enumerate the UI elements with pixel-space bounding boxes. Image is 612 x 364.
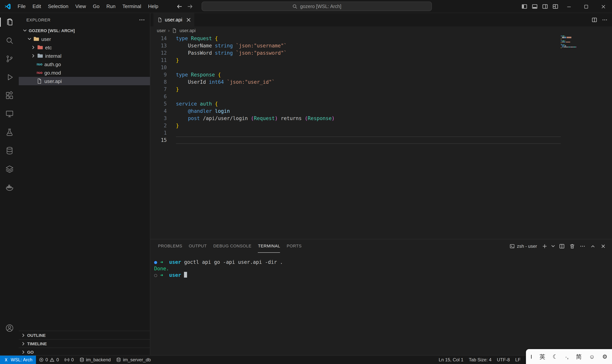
line-number: 15 — [150, 136, 167, 144]
sidebar-header: EXPLORER — [19, 13, 150, 26]
new-terminal-icon[interactable] — [539, 239, 550, 253]
kill-terminal-icon[interactable] — [567, 239, 577, 253]
ime-settings[interactable]: ⚙ — [602, 349, 607, 364]
ime-cursor[interactable]: I — [531, 349, 532, 364]
panel-tab-ports[interactable]: PORTS — [287, 239, 302, 253]
activity-remote-explorer[interactable] — [0, 105, 19, 123]
code-line: 2} — [150, 122, 612, 129]
panel-tab-debug-console[interactable]: DEBUG CONSOLE — [213, 239, 252, 253]
tab-close-icon[interactable] — [185, 16, 192, 23]
tree-root-folder[interactable]: GOZERO [WSL: ARCH] — [19, 26, 150, 35]
tree-item-label: user.api — [44, 78, 62, 84]
close-panel-icon[interactable] — [598, 239, 608, 253]
forward-button[interactable] — [187, 3, 194, 10]
terminal-dropdown-icon[interactable] — [550, 239, 557, 253]
database-icon — [116, 357, 121, 363]
activity-docker[interactable] — [0, 178, 19, 196]
breadcrumb-file[interactable]: user.api — [180, 28, 196, 33]
panel-more-icon[interactable] — [577, 239, 587, 253]
panel-tab-output[interactable]: OUTPUT — [189, 239, 207, 253]
terminal[interactable]: ● ➜ user goctl api go -api user.api -dir… — [150, 253, 612, 278]
problems-status[interactable]: 0 0 — [36, 356, 62, 364]
menu-run[interactable]: Run — [103, 0, 119, 13]
ime-simplified-chinese[interactable]: 简 — [576, 349, 582, 364]
tab-bar: user.api — [150, 13, 612, 26]
tab-user-api[interactable]: user.api — [153, 13, 194, 26]
folder-icon — [37, 53, 43, 59]
eol-indicator[interactable]: LF — [513, 357, 523, 363]
tree-item-etc[interactable]: etc — [19, 43, 150, 52]
toggle-secondary-sidebar-icon[interactable] — [540, 0, 550, 13]
customize-layout-icon[interactable] — [550, 0, 560, 13]
code-line: 7} — [150, 86, 612, 93]
chevron-right-icon — [20, 349, 27, 355]
line-number: 14 — [150, 35, 167, 42]
db-connection-2[interactable]: im_server_db — [113, 356, 153, 364]
menu-file[interactable]: File — [14, 0, 29, 13]
ports-count: 0 — [71, 357, 74, 363]
tree-item-auth.go[interactable]: GOauth.go — [19, 60, 150, 68]
remote-indicator[interactable]: WSL: Arch — [0, 356, 36, 364]
chevron-right-icon — [20, 332, 27, 338]
ports-status[interactable]: 0 — [62, 356, 76, 364]
remote-icon — [3, 357, 9, 363]
tree-item-user.api[interactable]: user.api — [19, 77, 150, 85]
line-number: 6 — [150, 93, 167, 100]
code-line: 9type Response { — [150, 71, 612, 78]
command-center[interactable]: gozero [WSL: Arch] — [201, 1, 432, 11]
terminal-shell-label[interactable]: zsh - user — [517, 243, 537, 249]
encoding[interactable]: UTF-8 — [494, 357, 513, 363]
section-outline[interactable]: OUTLINE — [19, 331, 150, 339]
explorer-title: EXPLORER — [27, 17, 51, 22]
db-connection-1[interactable]: im_backend — [77, 356, 113, 364]
activity-extensions[interactable] — [0, 86, 19, 105]
activity-testing[interactable] — [0, 123, 19, 142]
activity-explorer[interactable] — [0, 13, 19, 31]
activity-run-debug[interactable] — [0, 68, 19, 86]
code-line: 3 post /api/user/login (Request) returns… — [150, 115, 612, 122]
minimap[interactable] — [561, 36, 585, 53]
tree-item-user[interactable]: user — [19, 35, 150, 43]
toggle-panel-icon[interactable] — [529, 0, 540, 13]
code-editor[interactable]: 14type Request {13 UserName string `json… — [150, 35, 612, 144]
tree-item-go.mod[interactable]: GOgo.mod — [19, 68, 150, 77]
svg-text:GO: GO — [38, 63, 42, 66]
panel-tab-problems[interactable]: PROBLEMS — [158, 239, 182, 253]
docker-icon — [5, 183, 14, 192]
back-button[interactable] — [176, 3, 183, 10]
split-terminal-icon[interactable] — [557, 239, 567, 253]
menu-view[interactable]: View — [72, 0, 90, 13]
split-editor-icon[interactable] — [589, 13, 599, 26]
ime-language-english[interactable]: 英 — [540, 349, 545, 364]
close-button[interactable] — [595, 0, 612, 13]
ime-halfwidth-moon[interactable]: ☾ — [553, 349, 558, 364]
section-go[interactable]: GO — [19, 348, 150, 356]
panel-tab-terminal[interactable]: TERMINAL — [258, 239, 280, 253]
activity-search[interactable] — [0, 31, 19, 50]
ime-emoji-picker[interactable]: ☺ — [589, 349, 595, 364]
folder-icon — [37, 44, 43, 51]
maximize-button[interactable] — [578, 0, 595, 13]
menu-go[interactable]: Go — [90, 0, 103, 13]
menu-help[interactable]: Help — [145, 0, 162, 13]
maximize-panel-icon[interactable] — [587, 239, 598, 253]
activity-source-control[interactable] — [0, 50, 19, 68]
cursor-position[interactable]: Ln 15, Col 1 — [436, 357, 466, 363]
editor-more-icon[interactable] — [599, 13, 610, 26]
minimize-button[interactable] — [560, 0, 578, 13]
explorer-more-icon[interactable] — [138, 16, 145, 23]
activity-database[interactable] — [0, 142, 19, 160]
ime-punctuation[interactable]: ·, — [565, 349, 569, 364]
activity-layers[interactable] — [0, 160, 19, 178]
editor-actions — [589, 13, 610, 26]
indentation[interactable]: Tab Size: 4 — [466, 357, 494, 363]
tree-item-internal[interactable]: internal — [19, 52, 150, 60]
toggle-sidebar-icon[interactable] — [519, 0, 529, 13]
section-timeline[interactable]: TIMELINE — [19, 339, 150, 348]
activity-account[interactable] — [0, 319, 19, 337]
menu-selection[interactable]: Selection — [45, 0, 72, 13]
line-number: 3 — [150, 115, 167, 122]
menu-terminal[interactable]: Terminal — [119, 0, 145, 13]
breadcrumb-folder[interactable]: user — [157, 28, 166, 33]
menu-edit[interactable]: Edit — [29, 0, 45, 13]
